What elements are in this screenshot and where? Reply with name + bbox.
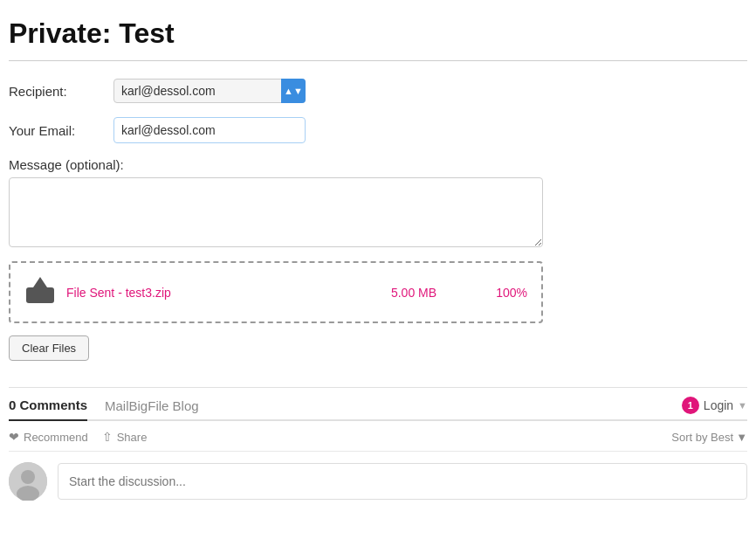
file-info: File Sent - test3.zip 5.00 MB 100% [66,286,527,300]
title-divider [9,60,747,61]
message-section: Message (optional): [9,157,747,247]
share-button[interactable]: ⇧ Share [102,430,148,444]
svg-point-3 [21,470,35,484]
sort-button[interactable]: Sort by Best ▼ [671,431,747,444]
comment-input[interactable] [58,463,747,500]
upload-icon-wrapper [24,275,56,309]
sort-arrow-icon: ▼ [736,431,747,444]
login-button[interactable]: 1 Login ▼ [682,397,747,414]
tab-comments[interactable]: 0 Comments [9,397,87,421]
your-email-row: Your Email: [9,117,747,143]
upload-icon [24,275,56,307]
recipient-label: Recipient: [9,84,113,99]
avatar-icon [9,462,47,501]
form-section: Recipient: karl@dessol.com ▲▼ Your Email… [9,79,747,361]
comments-actions: ❤ Recommend ⇧ Share Sort by Best ▼ [9,421,747,452]
recipient-row: Recipient: karl@dessol.com ▲▼ [9,79,747,103]
recipient-select[interactable]: karl@dessol.com [113,79,306,103]
login-label: Login [704,398,733,412]
message-label: Message (optional): [9,157,747,172]
tab-blog[interactable]: MailBigFile Blog [105,398,199,420]
share-label: Share [117,431,148,444]
file-name: File Sent - test3.zip [66,286,370,300]
file-drop-zone[interactable]: File Sent - test3.zip 5.00 MB 100% [9,261,543,323]
sort-label: Sort by Best [671,431,733,444]
message-textarea[interactable] [9,177,543,247]
login-arrow-icon: ▼ [738,400,747,411]
login-badge: 1 [682,397,699,414]
clear-files-button[interactable]: Clear Files [9,335,89,361]
your-email-label: Your Email: [9,123,113,138]
recipient-select-wrapper[interactable]: karl@dessol.com ▲▼ [113,79,306,103]
recommend-label: Recommend [24,431,88,444]
page-container: Private: Test Recipient: karl@dessol.com… [0,0,756,501]
share-icon: ⇧ [102,430,113,444]
comment-input-row [9,452,747,501]
recommend-button[interactable]: ❤ Recommend [9,430,88,444]
file-progress: 100% [457,286,527,300]
comments-header: 0 Comments MailBigFile Blog 1 Login ▼ [9,388,747,421]
page-title: Private: Test [9,17,747,50]
file-size: 5.00 MB [370,286,457,300]
comments-section: 0 Comments MailBigFile Blog 1 Login ▼ ❤ … [9,387,747,501]
email-input[interactable] [113,117,306,143]
heart-icon: ❤ [9,430,19,444]
avatar [9,462,47,501]
